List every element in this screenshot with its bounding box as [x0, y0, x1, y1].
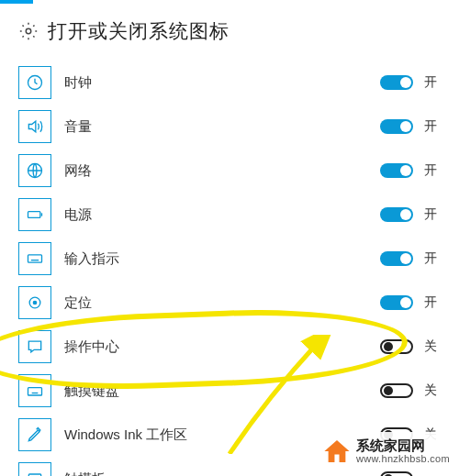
- toggle-clock[interactable]: [380, 75, 413, 90]
- toggle-state-ime: 开: [424, 250, 441, 267]
- setting-row-clock: 时钟开: [18, 61, 441, 105]
- setting-row-touchkb: 触摸键盘关: [18, 369, 441, 413]
- clock-icon: [18, 66, 51, 99]
- page-header: 打开或关闭系统图标: [0, 0, 459, 61]
- watermark: 系统家园网 www.hnzkhbsb.com: [316, 432, 455, 470]
- page-title: 打开或关闭系统图标: [48, 18, 230, 44]
- watermark-url: www.hnzkhbsb.com: [356, 453, 450, 464]
- toggle-action[interactable]: [380, 339, 413, 354]
- setting-label-touchpad: 触摸板: [64, 470, 380, 477]
- setting-label-action: 操作中心: [64, 338, 380, 356]
- settings-list: 时钟开音量开网络开电源开输入指示开定位开操作中心关触摸键盘关Windows In…: [0, 61, 459, 476]
- setting-label-power: 电源: [64, 206, 380, 224]
- toggle-state-network: 开: [424, 162, 441, 179]
- touchpad-icon: [18, 462, 51, 476]
- toggle-state-volume: 开: [424, 118, 441, 135]
- setting-label-ime: 输入指示: [64, 250, 380, 268]
- house-icon: [321, 436, 353, 467]
- setting-label-location: 定位: [64, 294, 380, 312]
- toggle-network[interactable]: [380, 163, 413, 178]
- setting-label-volume: 音量: [64, 118, 380, 136]
- svg-rect-3: [28, 212, 40, 218]
- setting-row-location: 定位开: [18, 281, 441, 325]
- toggle-touchkb[interactable]: [380, 383, 413, 398]
- keyboard-icon: [18, 242, 51, 275]
- svg-point-0: [26, 28, 31, 34]
- toggle-state-touchkb: 关: [424, 382, 441, 399]
- toggle-state-location: 开: [424, 294, 441, 311]
- gear-icon: [18, 21, 39, 41]
- svg-rect-4: [28, 255, 42, 262]
- touch-keyboard-icon: [18, 374, 51, 407]
- toggle-touchpad[interactable]: [380, 471, 413, 476]
- volume-icon: [18, 110, 51, 143]
- toggle-state-action: 关: [424, 338, 441, 355]
- setting-label-network: 网络: [64, 162, 380, 180]
- setting-row-network: 网络开: [18, 149, 441, 193]
- target-icon: [18, 286, 51, 319]
- toggle-state-power: 开: [424, 206, 441, 223]
- accent-bar: [0, 0, 33, 4]
- setting-label-touchkb: 触摸键盘: [64, 382, 380, 400]
- toggle-state-clock: 开: [424, 74, 441, 91]
- setting-label-clock: 时钟: [64, 74, 380, 92]
- svg-point-6: [33, 301, 36, 304]
- toggle-location[interactable]: [380, 295, 413, 310]
- toggle-volume[interactable]: [380, 119, 413, 134]
- setting-row-action: 操作中心关: [18, 325, 441, 369]
- globe-icon: [18, 154, 51, 187]
- message-icon: [18, 330, 51, 363]
- pen-icon: [18, 418, 51, 451]
- toggle-ime[interactable]: [380, 251, 413, 266]
- svg-rect-7: [28, 388, 42, 395]
- watermark-title: 系统家园网: [356, 438, 450, 454]
- battery-icon: [18, 198, 51, 231]
- setting-row-power: 电源开: [18, 193, 441, 237]
- setting-row-ime: 输入指示开: [18, 237, 441, 281]
- toggle-power[interactable]: [380, 207, 413, 222]
- setting-row-volume: 音量开: [18, 105, 441, 149]
